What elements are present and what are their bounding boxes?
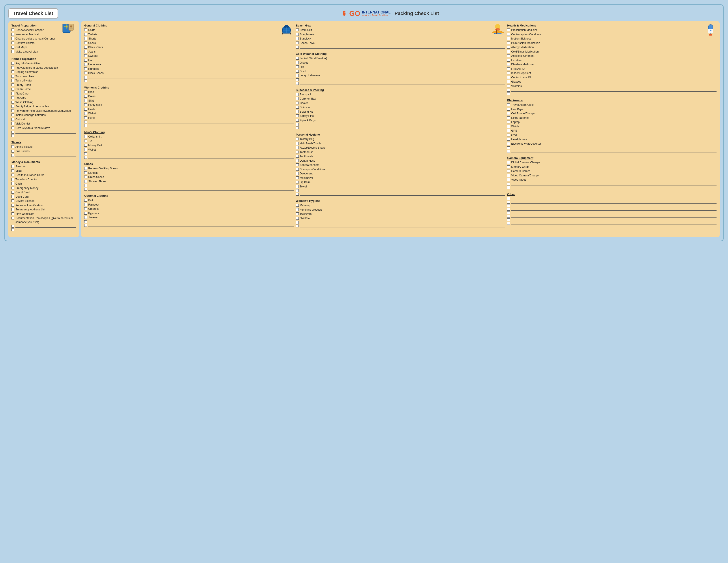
checkbox[interactable] [296, 193, 299, 195]
checkbox[interactable] [11, 199, 14, 202]
checkbox[interactable] [84, 71, 87, 74]
checkbox[interactable] [84, 139, 87, 142]
checkbox[interactable] [296, 217, 299, 220]
checkbox[interactable] [11, 154, 14, 157]
checkbox[interactable] [84, 103, 87, 106]
checkbox[interactable] [84, 28, 87, 31]
checkbox[interactable] [11, 204, 14, 207]
checkbox[interactable] [84, 144, 87, 147]
checkbox[interactable] [507, 125, 510, 128]
checkbox[interactable] [296, 204, 299, 207]
checkbox[interactable] [84, 188, 87, 190]
checkbox[interactable] [11, 105, 14, 108]
checkbox[interactable] [296, 97, 299, 100]
checkbox[interactable] [11, 62, 14, 65]
checkbox[interactable] [84, 184, 87, 187]
checkbox[interactable] [11, 145, 14, 148]
checkbox[interactable] [11, 46, 14, 49]
checkbox[interactable] [507, 120, 510, 123]
checkbox[interactable] [296, 78, 299, 81]
checkbox[interactable] [507, 142, 510, 145]
checkbox[interactable] [11, 165, 14, 168]
checkbox[interactable] [11, 88, 14, 90]
checkbox[interactable] [84, 212, 87, 214]
checkbox[interactable] [84, 216, 87, 219]
checkbox[interactable] [296, 110, 299, 113]
checkbox[interactable] [84, 224, 87, 227]
checkbox[interactable] [11, 75, 14, 78]
checkbox[interactable] [84, 148, 87, 151]
checkbox[interactable] [11, 212, 14, 215]
checkbox[interactable] [11, 191, 14, 194]
checkbox[interactable] [11, 195, 14, 198]
checkbox[interactable] [296, 137, 299, 140]
checkbox[interactable] [11, 109, 14, 112]
checkbox[interactable] [84, 207, 87, 210]
checkbox[interactable] [507, 204, 510, 207]
checkbox[interactable] [84, 63, 87, 66]
checkbox[interactable] [296, 28, 299, 31]
checkbox[interactable] [11, 92, 14, 95]
checkbox[interactable] [296, 159, 299, 162]
checkbox[interactable] [11, 113, 14, 116]
checkbox[interactable] [84, 112, 87, 115]
checkbox[interactable] [296, 208, 299, 211]
checkbox[interactable] [296, 82, 299, 85]
checkbox[interactable] [507, 133, 510, 136]
checkbox[interactable] [84, 90, 87, 93]
checkbox[interactable] [507, 112, 510, 115]
checkbox[interactable] [84, 79, 87, 82]
checkbox[interactable] [507, 182, 510, 185]
checkbox[interactable] [11, 208, 14, 211]
checkbox[interactable] [84, 171, 87, 174]
checkbox[interactable] [296, 150, 299, 153]
checkbox[interactable] [507, 178, 510, 181]
checkbox[interactable] [84, 180, 87, 183]
checkbox[interactable] [11, 131, 14, 133]
checkbox[interactable] [11, 101, 14, 103]
checkbox[interactable] [11, 83, 14, 86]
checkbox[interactable] [84, 33, 87, 36]
checkbox[interactable] [84, 156, 87, 159]
checkbox[interactable] [296, 102, 299, 104]
checkbox[interactable] [296, 176, 299, 179]
checkbox[interactable] [11, 225, 14, 227]
checkbox[interactable] [84, 135, 87, 138]
checkbox[interactable] [11, 169, 14, 172]
checkbox[interactable] [84, 120, 87, 123]
checkbox[interactable] [507, 92, 510, 95]
checkbox[interactable] [11, 178, 14, 181]
checkbox[interactable] [296, 212, 299, 215]
checkbox[interactable] [507, 161, 510, 164]
checkbox[interactable] [296, 123, 299, 126]
checkbox[interactable] [507, 67, 510, 70]
checkbox[interactable] [507, 108, 510, 111]
checkbox[interactable] [296, 70, 299, 73]
checkbox[interactable] [84, 67, 87, 70]
checkbox[interactable] [296, 114, 299, 117]
checkbox[interactable] [296, 172, 299, 175]
checkbox[interactable] [507, 59, 510, 62]
checkbox[interactable] [296, 119, 299, 122]
checkbox[interactable] [84, 116, 87, 119]
checkbox[interactable] [507, 37, 510, 40]
checkbox[interactable] [296, 224, 299, 227]
checkbox[interactable] [296, 168, 299, 171]
checkbox[interactable] [11, 173, 14, 176]
checkbox[interactable] [84, 46, 87, 49]
checkbox[interactable] [507, 46, 510, 49]
checkbox[interactable] [84, 203, 87, 206]
checkbox[interactable] [11, 126, 14, 129]
checkbox[interactable] [507, 218, 510, 221]
checkbox[interactable] [507, 63, 510, 66]
checkbox[interactable] [84, 199, 87, 201]
checkbox[interactable] [296, 93, 299, 96]
checkbox[interactable] [507, 150, 510, 153]
checkbox[interactable] [11, 186, 14, 189]
checkbox[interactable] [11, 96, 14, 99]
checkbox[interactable] [84, 76, 87, 79]
checkbox[interactable] [507, 186, 510, 189]
checkbox[interactable] [11, 228, 14, 231]
checkbox[interactable] [11, 118, 14, 121]
checkbox[interactable] [11, 150, 14, 152]
